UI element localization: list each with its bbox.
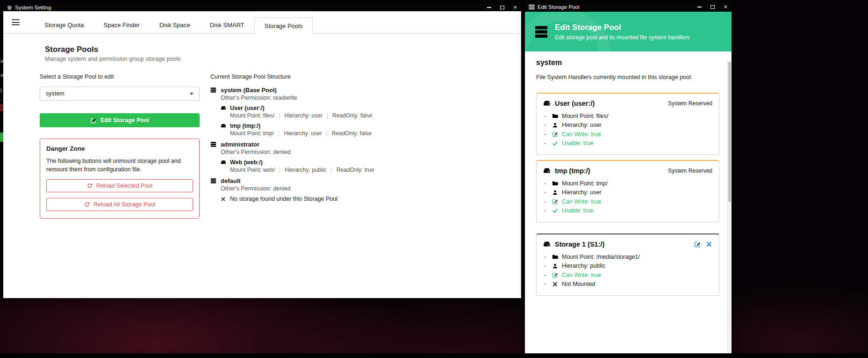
window-title: System Setting xyxy=(15,5,51,10)
banner-title: Edit Storage Pool xyxy=(555,23,689,32)
storage-detail: Mount Point: web/ xyxy=(230,167,275,173)
edit-storage-pool-window: Edit Storage Pool × Edit Storage Pool Ed… xyxy=(525,2,732,353)
desktop-fragment-block xyxy=(0,132,3,142)
edit-icon xyxy=(552,198,558,205)
edit-icon xyxy=(90,117,96,124)
pool-node-system: system (Base Pool) Other's Permission: r… xyxy=(210,87,502,137)
danger-zone-card: Danger Zone The following buttons will u… xyxy=(40,139,200,219)
edit-pool-body: system File System Handlers currently mo… xyxy=(525,51,732,353)
handler-card-storage1: Storage 1 (S1:/) Mount Point: /media/sto… xyxy=(536,234,719,296)
storage-detail: Hierarchy: user xyxy=(274,112,322,119)
handler-row: Can Write: true xyxy=(543,197,712,206)
reload-selected-pool-button[interactable]: Reload Selected Pool xyxy=(46,179,193,192)
main-titlebar[interactable]: System Setting × xyxy=(3,4,521,11)
folder-icon xyxy=(552,254,558,260)
minimize-icon[interactable] xyxy=(697,7,702,7)
storage-detail: ReadOnly: false xyxy=(323,112,373,119)
handler-row: Mount Point: /media/storage1/ xyxy=(543,252,712,262)
pool-node-administrator: administrator Other's Permission: denied… xyxy=(210,141,502,173)
handler-card-user: User (user:/) System Reserved Mount Poin… xyxy=(536,93,719,155)
storage-node: User (user:/) Mount Point: files/Hierarc… xyxy=(221,105,502,119)
drive-icon xyxy=(543,241,551,248)
drive-icon xyxy=(221,123,226,129)
edit-icon xyxy=(552,272,558,278)
edit-storage-pool-label: Edit Storage Pool xyxy=(100,117,149,124)
gear-icon xyxy=(7,5,12,10)
page-subtitle: Manage system and permission group stora… xyxy=(45,56,521,62)
tab-disk-space[interactable]: Disk Space xyxy=(150,17,200,33)
page-title: Storage Pools xyxy=(45,45,521,54)
system-reserved-badge: System Reserved xyxy=(668,168,712,174)
handler-row: Not Mounted xyxy=(543,280,712,289)
scrollbar[interactable] xyxy=(727,61,732,353)
edit-pool-banner: Edit Storage Pool Edit storage pool and … xyxy=(525,12,732,51)
handler-card-tmp: tmp (tmp:/) System Reserved Mount Point:… xyxy=(536,160,719,222)
window-title: Edit Storage Pool xyxy=(538,4,580,10)
user-icon xyxy=(552,263,558,269)
pool-structure-panel: Current Storage Pool Structure system (B… xyxy=(210,73,521,219)
desktop-fragment-text: xt xyxy=(0,73,4,78)
user-icon xyxy=(552,190,558,196)
close-icon[interactable]: × xyxy=(724,5,727,9)
x-icon xyxy=(221,197,226,202)
storage-detail: Mount Point: files/ xyxy=(230,112,274,119)
edit-storage-pool-button[interactable]: Edit Storage Pool xyxy=(40,113,200,127)
storage-name: tmp (tmp:/) xyxy=(230,123,260,129)
minimize-icon[interactable] xyxy=(487,7,491,8)
tab-storage-quota[interactable]: Storage Quota xyxy=(35,17,94,33)
remove-handler-icon[interactable] xyxy=(706,241,712,248)
pool-edit-panel: Select a Storage Pool to edit system Edi… xyxy=(40,73,200,219)
desktop-fragment-text: . xyxy=(0,96,2,101)
pool-permission: Other's Permission: denied xyxy=(221,185,502,192)
desktop-fragment-text: ] xyxy=(0,88,2,93)
handler-row: Mount Point: files/ xyxy=(543,111,712,121)
tab-storage-pools[interactable]: Storage Pools xyxy=(254,17,313,34)
banner-subtitle: Edit storage pool and its mounted file s… xyxy=(555,34,689,41)
x-icon xyxy=(552,281,558,287)
tab-disk-smart[interactable]: Disk SMART xyxy=(200,17,254,33)
reload-all-pool-button[interactable]: Reload All Storage Pool xyxy=(46,198,193,211)
server-icon xyxy=(210,87,216,93)
pool-name: default xyxy=(221,177,241,184)
storage-pools-page: Storage Pools Manage system and permissi… xyxy=(3,34,521,298)
handler-name: User (user:/) xyxy=(555,100,595,107)
menu-icon[interactable] xyxy=(529,5,535,9)
handler-name: tmp (tmp:/) xyxy=(555,167,590,175)
handler-row: Can Write: true xyxy=(543,130,712,139)
selected-pool-value: system xyxy=(46,90,65,97)
taskbar[interactable] xyxy=(0,353,868,358)
refresh-icon xyxy=(84,202,90,207)
handler-row: Usable: true xyxy=(543,139,712,148)
close-icon[interactable]: × xyxy=(513,5,517,10)
edit-icon xyxy=(552,131,558,137)
storage-detail: ReadOnly: false xyxy=(322,130,372,137)
pool-node-default: default Other's Permission: denied No st… xyxy=(210,177,502,202)
user-icon xyxy=(552,122,558,128)
maximize-icon[interactable] xyxy=(710,5,715,9)
storage-detail: ReadOnly: true xyxy=(327,167,374,173)
pool-permission: Other's Permission: denied xyxy=(221,149,502,155)
handler-row: Can Write: true xyxy=(543,270,712,280)
pool-permission: Other's Permission: readwrite xyxy=(221,95,502,101)
danger-zone-title: Danger Zone xyxy=(46,145,193,152)
drive-icon xyxy=(221,105,226,111)
menu-icon[interactable] xyxy=(12,19,20,25)
tab-space-finder[interactable]: Space Finder xyxy=(94,17,150,33)
handler-row: Hierarchy: user xyxy=(543,121,712,130)
handler-row: Mount Point: tmp/ xyxy=(543,179,712,188)
edit-titlebar[interactable]: Edit Storage Pool × xyxy=(525,2,732,12)
reload-all-label: Reload All Storage Pool xyxy=(93,201,155,208)
system-reserved-badge: System Reserved xyxy=(668,100,712,107)
server-icon xyxy=(210,178,216,184)
storage-pool-select[interactable]: system xyxy=(40,87,200,101)
maximize-icon[interactable] xyxy=(500,6,504,9)
handler-row: Hierarchy: user xyxy=(543,188,712,197)
drive-icon xyxy=(543,167,551,175)
edit-handler-icon[interactable] xyxy=(694,241,701,248)
scrollbar-thumb[interactable] xyxy=(728,62,731,202)
pool-name: system (Base Pool) xyxy=(221,87,277,94)
desktop-fragment-text: W xyxy=(0,59,5,64)
storage-name: User (user:/) xyxy=(230,105,265,111)
server-icon xyxy=(210,141,216,147)
tab-bar: Storage Quota Space Finder Disk Space Di… xyxy=(3,11,521,34)
